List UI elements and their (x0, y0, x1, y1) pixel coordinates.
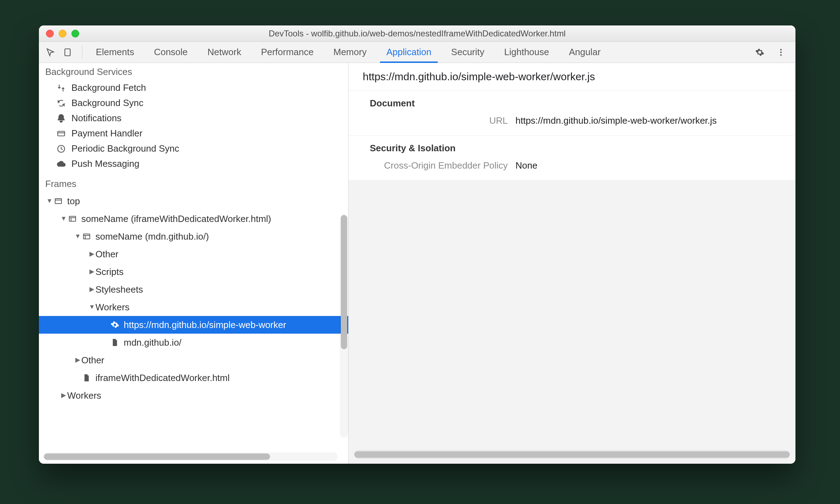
tree-row[interactable]: Workers (39, 298, 348, 316)
detail-section-title: Document (370, 98, 781, 109)
tree-row-label: Workers (67, 390, 101, 401)
bg-service-item[interactable]: Payment Handler (39, 126, 348, 141)
bg-service-item[interactable]: Periodic Background Sync (39, 141, 348, 156)
svg-rect-4 (58, 131, 65, 136)
detail-section: Security & IsolationCross-Origin Embedde… (349, 136, 795, 181)
detail-key: URL (370, 115, 508, 126)
frames-title: Frames (39, 177, 348, 192)
svg-rect-8 (83, 234, 90, 239)
bg-service-label: Payment Handler (71, 128, 142, 139)
zoom-window-button[interactable] (71, 30, 79, 37)
card-icon (56, 128, 66, 139)
window-icon (53, 197, 64, 205)
tree-row-label: Stylesheets (95, 284, 143, 295)
svg-rect-0 (65, 49, 70, 56)
fetch-icon (56, 83, 66, 93)
tree-row[interactable]: Scripts (39, 263, 348, 281)
bg-service-label: Background Fetch (71, 82, 146, 93)
tree-row[interactable]: Other (39, 245, 348, 263)
main-horizontal-scrollbar[interactable] (354, 450, 790, 459)
sync-icon (56, 98, 66, 109)
window-title: DevTools - wolfib.github.io/web-demos/ne… (269, 29, 566, 39)
tree-disclosure-arrow[interactable] (88, 303, 95, 311)
bg-service-item[interactable]: Background Fetch (39, 80, 348, 95)
tab-memory[interactable]: Memory (323, 42, 377, 63)
bg-service-label: Periodic Background Sync (71, 143, 179, 154)
gear-icon (110, 321, 120, 329)
sidebar-horizontal-scrollbar[interactable] (44, 452, 338, 461)
panel-tabs: ElementsConsoleNetworkPerformanceMemoryA… (86, 42, 611, 63)
frame-icon (81, 232, 92, 241)
detail-key: Cross-Origin Embedder Policy (370, 160, 508, 171)
bg-service-item[interactable]: Notifications (39, 111, 348, 126)
tab-angular[interactable]: Angular (559, 42, 611, 63)
svg-point-1 (780, 49, 782, 50)
svg-point-3 (780, 54, 782, 55)
tree-row[interactable]: top (39, 192, 348, 210)
tree-disclosure-arrow[interactable] (60, 391, 67, 399)
bg-service-label: Background Sync (71, 98, 144, 109)
device-toolbar-icon[interactable] (62, 47, 73, 58)
svg-rect-6 (55, 199, 62, 204)
tab-application[interactable]: Application (377, 42, 441, 63)
devtools-body: Background Services Background FetchBack… (39, 63, 795, 464)
detail-section: DocumentURLhttps://mdn.github.io/simple-… (349, 91, 795, 136)
tab-security[interactable]: Security (441, 42, 494, 63)
minimize-window-button[interactable] (59, 30, 66, 37)
frames-tree: topsomeName (iframeWithDedicatedWorker.h… (39, 192, 348, 404)
cloud-icon (56, 159, 66, 169)
bg-service-label: Notifications (71, 113, 122, 124)
file-icon (110, 338, 120, 347)
window-controls (46, 30, 79, 37)
detail-row: Cross-Origin Embedder PolicyNone (370, 160, 781, 171)
bg-services-list: Background FetchBackground SyncNotificat… (39, 80, 348, 177)
frame-icon (67, 215, 78, 223)
tree-row-label: someName (iframeWithDedicatedWorker.html… (81, 213, 271, 224)
bg-services-title: Background Services (39, 63, 348, 80)
sidebar-vertical-scrollbar[interactable] (340, 215, 348, 438)
tree-row[interactable]: someName (iframeWithDedicatedWorker.html… (39, 210, 348, 228)
tab-console[interactable]: Console (144, 42, 197, 63)
tree-row[interactable]: https://mdn.github.io/simple-web-worker (39, 316, 348, 334)
application-main-panel: https://mdn.github.io/simple-web-worker/… (349, 63, 795, 464)
tab-lighthouse[interactable]: Lighthouse (494, 42, 559, 63)
tree-row[interactable]: someName (mdn.github.io/) (39, 228, 348, 245)
window-titlebar: DevTools - wolfib.github.io/web-demos/ne… (39, 25, 795, 42)
tree-row[interactable]: Other (39, 351, 348, 369)
tree-row[interactable]: Stylesheets (39, 281, 348, 298)
svg-rect-7 (69, 216, 76, 221)
close-window-button[interactable] (46, 30, 54, 37)
tree-disclosure-arrow[interactable] (60, 215, 67, 222)
tree-row[interactable]: mdn.github.io/ (39, 334, 348, 351)
svg-point-2 (780, 51, 782, 53)
tree-row-label: Other (95, 249, 118, 260)
devtools-tabbar: ElementsConsoleNetworkPerformanceMemoryA… (39, 42, 795, 63)
main-panel-title: https://mdn.github.io/simple-web-worker/… (349, 63, 795, 91)
tree-row-label: Scripts (95, 266, 123, 277)
file-icon (81, 374, 92, 382)
bg-service-label: Push Messaging (71, 158, 139, 169)
inspect-icon[interactable] (45, 47, 56, 58)
tree-disclosure-arrow[interactable] (74, 356, 81, 364)
tree-row-label: https://mdn.github.io/simple-web-worker (124, 320, 286, 330)
tab-elements[interactable]: Elements (86, 42, 144, 63)
tree-row[interactable]: iframeWithDedicatedWorker.html (39, 369, 348, 387)
tree-row[interactable]: Workers (39, 387, 348, 404)
tree-disclosure-arrow[interactable] (88, 285, 95, 293)
detail-row: URLhttps://mdn.github.io/simple-web-work… (370, 115, 781, 126)
tree-row-label: someName (mdn.github.io/) (95, 231, 209, 242)
tree-disclosure-arrow[interactable] (74, 233, 81, 240)
application-sidebar: Background Services Background FetchBack… (39, 63, 349, 464)
tree-row-label: Other (81, 355, 104, 366)
settings-icon[interactable] (754, 47, 765, 58)
tree-disclosure-arrow[interactable] (46, 197, 53, 205)
bg-service-item[interactable]: Background Sync (39, 95, 348, 111)
tab-performance[interactable]: Performance (251, 42, 323, 63)
more-icon[interactable] (776, 47, 786, 58)
tab-network[interactable]: Network (198, 42, 251, 63)
detail-value: None (515, 160, 537, 171)
tree-disclosure-arrow[interactable] (88, 250, 95, 258)
tree-disclosure-arrow[interactable] (88, 268, 95, 275)
bg-service-item[interactable]: Push Messaging (39, 156, 348, 171)
tree-row-label: top (67, 196, 80, 207)
